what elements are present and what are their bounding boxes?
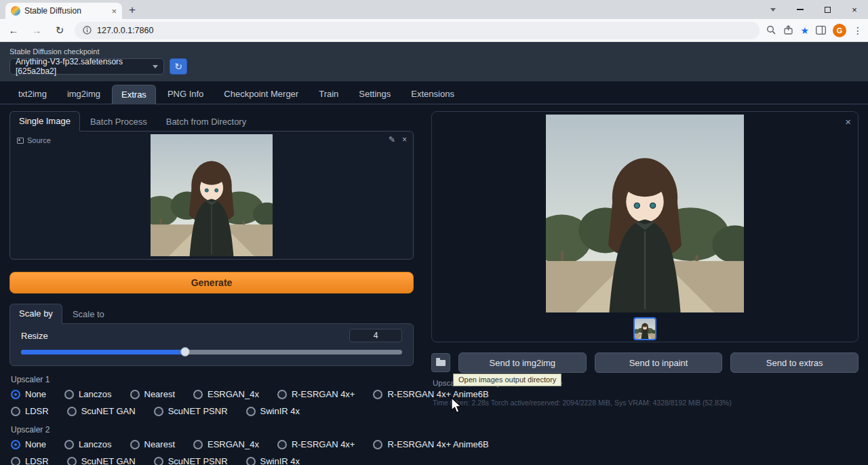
radio-selected-icon — [11, 390, 20, 399]
radio-icon — [277, 390, 287, 399]
upscaler1-options-row2: LDSR ScuNET GAN ScuNET PSNR SwinIR 4x — [11, 406, 414, 416]
performance-info-text: Time taken: 2.28s Torch active/reserved:… — [433, 399, 859, 407]
upscaler2-option-nearest[interactable]: Nearest — [130, 439, 176, 449]
upscaler1-option-swinir4x[interactable]: SwinIR 4x — [246, 406, 300, 416]
radio-icon — [130, 390, 140, 399]
gallery-close-icon[interactable]: × — [845, 116, 851, 127]
resize-panel: Resize 4 — [9, 323, 414, 366]
radio-label: ScuNET PSNR — [168, 456, 228, 465]
profile-avatar[interactable]: G — [833, 24, 846, 37]
reload-icon[interactable]: ↻ — [52, 24, 68, 37]
window-controls: × — [760, 0, 868, 19]
upscaler1-option-nearest[interactable]: Nearest — [130, 389, 176, 399]
upscaler2-option-ldsr[interactable]: LDSR — [11, 456, 49, 465]
url-text[interactable]: 127.0.0.1:7860 — [97, 26, 751, 35]
radio-icon — [246, 407, 256, 416]
tab-search-icon[interactable] — [770, 8, 776, 12]
url-bar[interactable]: 127.0.0.1:7860 — [75, 22, 760, 39]
browser-toolbar: ← → ↻ 127.0.0.1:7860 ★ — [0, 19, 868, 42]
favicon-icon — [11, 6, 20, 16]
side-panel-icon[interactable] — [816, 26, 826, 35]
tab-close-icon[interactable]: × — [111, 6, 117, 16]
upscaler1-option-scunet-gan[interactable]: ScuNET GAN — [67, 406, 136, 416]
forward-icon[interactable]: → — [28, 24, 45, 36]
tab-txt2img[interactable]: txt2img — [9, 85, 56, 104]
zoom-icon[interactable] — [766, 25, 776, 35]
resize-slider[interactable] — [21, 347, 402, 357]
browser-tab[interactable]: Stable Diffusion × — [5, 3, 122, 19]
back-icon[interactable]: ← — [5, 24, 22, 36]
upscaler2-option-lanczos[interactable]: Lanczos — [64, 439, 111, 449]
radio-label: R-ESRGAN 4x+ — [292, 389, 355, 399]
folder-icon — [436, 360, 446, 366]
scale-mode-tabs: Scale by Scale to — [9, 304, 414, 324]
tab-extensions[interactable]: Extensions — [402, 85, 463, 104]
browser-menu-icon[interactable]: ⋮ — [853, 25, 863, 36]
radio-icon — [154, 457, 163, 465]
result-thumbnail[interactable] — [633, 317, 656, 340]
upscaler1-option-ldsr[interactable]: LDSR — [11, 406, 49, 416]
radio-label: None — [25, 439, 46, 449]
tab-scale-by[interactable]: Scale by — [9, 304, 62, 324]
source-image-dropzone[interactable]: Source ✎ × — [9, 131, 414, 260]
upscaler1-option-none[interactable]: None — [11, 389, 46, 399]
new-tab-button[interactable]: + — [129, 3, 136, 19]
open-output-folder-button[interactable] — [431, 353, 450, 372]
site-info-icon[interactable] — [83, 26, 92, 35]
bookmark-star-icon[interactable]: ★ — [800, 25, 809, 36]
input-mode-tabs: Single Image Batch Process Batch from Di… — [9, 111, 414, 132]
upscaler1-option-resrgan4x[interactable]: R-ESRGAN 4x+ — [277, 389, 355, 399]
radio-label: ESRGAN_4x — [208, 389, 259, 399]
upscaler2-option-none[interactable]: None — [11, 439, 46, 449]
generate-button[interactable]: Generate — [9, 272, 414, 294]
radio-label: SwinIR 4x — [260, 406, 300, 416]
tab-scale-to[interactable]: Scale to — [64, 305, 113, 324]
tab-single-image[interactable]: Single Image — [9, 111, 80, 132]
tab-img2img[interactable]: img2img — [58, 85, 109, 104]
radio-label: Lanczos — [79, 389, 111, 399]
share-icon[interactable] — [783, 25, 793, 35]
upscaler1-option-esrgan4x[interactable]: ESRGAN_4x — [193, 389, 259, 399]
send-to-img2img-button[interactable]: Send to img2img — [458, 352, 587, 373]
tab-batch-from-directory[interactable]: Batch from Directory — [157, 113, 255, 132]
result-gallery: × — [431, 111, 859, 342]
browser-chrome: Stable Diffusion × + × ← → ↻ 127.0.0.1:7… — [0, 0, 868, 42]
clear-image-icon[interactable]: × — [402, 135, 407, 144]
checkpoint-dropdown[interactable]: Anything-V3-fp32.safetensors [625a2ba2] — [9, 58, 164, 75]
source-image — [151, 134, 273, 256]
refresh-checkpoint-button[interactable]: ↻ — [170, 58, 187, 75]
tab-extras[interactable]: Extras — [112, 85, 156, 104]
slider-handle[interactable] — [180, 347, 190, 357]
radio-selected-icon — [11, 440, 20, 449]
close-window-button[interactable]: × — [841, 0, 868, 19]
radio-label: Lanczos — [79, 439, 111, 449]
upscaler2-option-scunet-psnr[interactable]: ScuNET PSNR — [154, 456, 228, 465]
upscaler1-options-row1: None Lanczos Nearest ESRGAN_4x R-ESRGAN … — [11, 389, 414, 399]
upscaler1-option-lanczos[interactable]: Lanczos — [64, 389, 111, 399]
radio-label: None — [25, 389, 46, 399]
send-to-inpaint-button[interactable]: Send to inpaint — [595, 352, 723, 373]
main-tabs: txt2img img2img Extras PNG Info Checkpoi… — [0, 81, 868, 104]
radio-label: ESRGAN_4x — [208, 439, 259, 449]
slider-fill — [21, 350, 185, 355]
edit-image-icon[interactable]: ✎ — [389, 135, 395, 144]
tab-batch-process[interactable]: Batch Process — [81, 113, 156, 132]
upscaler2-option-resrgan4x[interactable]: R-ESRGAN 4x+ — [277, 439, 355, 449]
tab-train[interactable]: Train — [310, 85, 347, 104]
upscaler2-option-swinir4x[interactable]: SwinIR 4x — [246, 456, 300, 465]
upscaler2-option-esrgan4x[interactable]: ESRGAN_4x — [193, 439, 259, 449]
radio-icon — [373, 390, 382, 399]
minimize-button[interactable] — [787, 0, 814, 19]
send-to-extras-button[interactable]: Send to extras — [730, 352, 859, 373]
upscaler1-option-scunet-psnr[interactable]: ScuNET PSNR — [154, 406, 228, 416]
maximize-button[interactable] — [814, 0, 841, 19]
result-image[interactable] — [546, 115, 744, 312]
tab-checkpoint-merger[interactable]: Checkpoint Merger — [215, 85, 307, 104]
radio-icon — [11, 407, 20, 416]
tab-settings[interactable]: Settings — [350, 85, 399, 104]
mouse-cursor — [450, 397, 462, 415]
tab-png-info[interactable]: PNG Info — [159, 85, 212, 104]
resize-number-input[interactable]: 4 — [349, 329, 402, 342]
radio-icon — [193, 390, 203, 399]
upscaler2-option-scunet-gan[interactable]: ScuNET GAN — [67, 456, 136, 465]
